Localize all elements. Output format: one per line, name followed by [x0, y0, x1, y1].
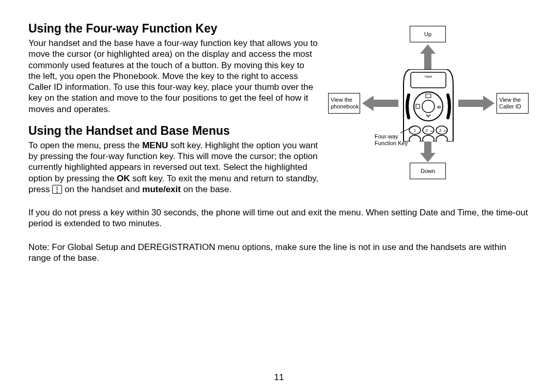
svg-point-7	[422, 100, 435, 113]
fourway-figure: Up Down View thephonebook View theCaller…	[328, 26, 530, 181]
svg-marker-2	[362, 96, 398, 111]
svg-text:def: def	[444, 130, 447, 132]
menus-seg4: on the handset and	[62, 184, 142, 194]
svg-text:ID: ID	[438, 105, 441, 109]
handset-icon: Digital ID 1 2 abc 3 def	[400, 69, 456, 142]
menu-label: MENU	[142, 140, 168, 150]
arrow-left-icon	[362, 96, 398, 111]
svg-point-19	[409, 135, 421, 142]
mute-exit-label: mute/exit	[142, 184, 181, 194]
heading-fourway: Using the Four-way Function Key	[28, 22, 319, 36]
para-menus: To open the menu, press the MENU soft ke…	[28, 140, 319, 195]
svg-text:3: 3	[439, 128, 442, 133]
up-box: Up	[410, 26, 446, 42]
para-note: Note: For Global Setup and DEREGISTRATIO…	[28, 242, 530, 264]
heading-menus: Using the Handset and Base Menus	[28, 124, 319, 138]
svg-marker-3	[458, 96, 494, 111]
arrow-up-icon	[420, 44, 436, 70]
callout-fourway: Four-wayFunction Key	[375, 133, 408, 147]
ok-label: OK	[117, 174, 130, 183]
menus-seg5: on the base.	[181, 184, 231, 194]
para-fourway: Your handset and the base have a four-wa…	[28, 38, 319, 115]
end-call-icon: ⋮	[52, 185, 62, 194]
svg-text:abc: abc	[430, 130, 433, 132]
svg-point-21	[436, 135, 447, 142]
svg-point-20	[423, 135, 434, 142]
arrow-right-icon	[458, 96, 494, 111]
svg-text:1: 1	[414, 128, 416, 133]
page-number: 11	[0, 372, 558, 383]
menus-seg1: To open the menu, press the	[28, 140, 142, 150]
left-box: View thephonebook	[328, 93, 360, 114]
svg-text:Digital: Digital	[425, 75, 432, 78]
svg-text:2: 2	[426, 128, 428, 133]
down-box: Down	[410, 163, 446, 179]
svg-marker-0	[420, 44, 436, 70]
para-timeout: If you do not press a key within 30 seco…	[28, 207, 530, 229]
right-box: View theCaller ID	[497, 93, 529, 114]
